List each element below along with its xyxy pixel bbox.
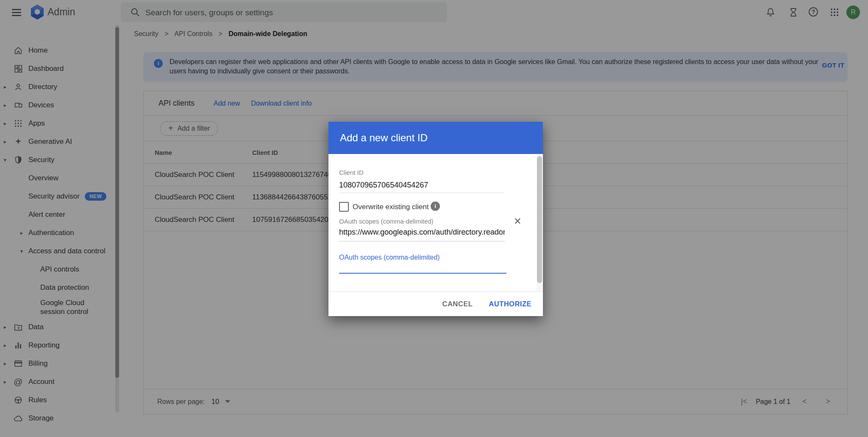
dialog-scrollbar-thumb[interactable] [537,156,542,283]
client-id-label: Client ID [339,169,364,176]
oauth-scopes-input-2[interactable] [339,262,506,274]
overwrite-checkbox-label: Overwrite existing client ID [353,203,438,211]
add-client-id-dialog: Add a new client ID Client ID 1080709657… [328,122,543,316]
remove-scope-icon[interactable]: ✕ [514,217,521,226]
google-admin-console: Admin ? R [0,0,868,437]
authorize-button[interactable]: AUTHORIZE [489,300,531,308]
oauth-scopes-label-2: OAuth scopes (comma-delimited) [339,254,440,261]
cancel-button[interactable]: CANCEL [442,300,473,308]
oauth-scopes-input[interactable]: https://www.googleapis.com/auth/director… [339,228,505,237]
dialog-header: Add a new client ID [328,122,543,154]
client-id-input[interactable]: 108070965706540454267 [339,181,505,190]
overwrite-info-icon[interactable]: i [431,202,440,211]
dialog-footer: CANCEL AUTHORIZE [328,291,543,316]
oauth-scopes-label: OAuth scopes (comma-delimited) [339,218,434,225]
dialog-title: Add a new client ID [340,132,428,144]
overwrite-checkbox[interactable] [339,202,349,212]
